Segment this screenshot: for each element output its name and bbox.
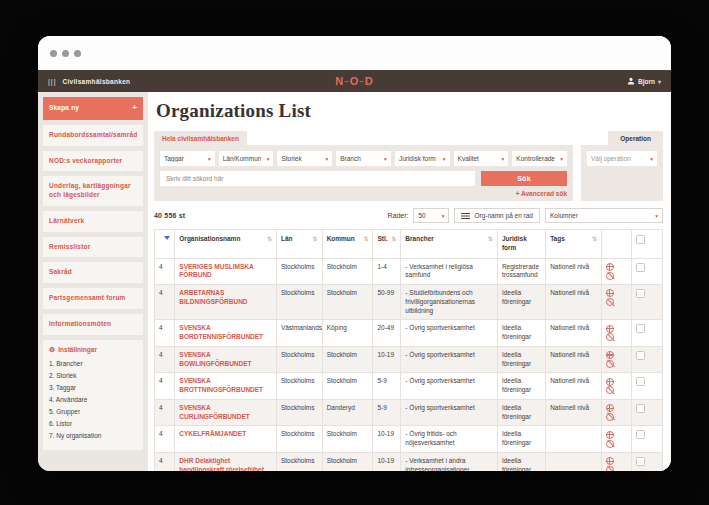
tab-hela-civilsamhalsbanken[interactable]: Hela civilsamhälsbanken [154, 131, 247, 145]
columns-select[interactable]: Kolumner ▾ [545, 208, 663, 223]
table-row[interactable]: 4 SVENSKA BORDTENNISFÖRBUNDET Västmanlan… [155, 320, 663, 347]
window-minimize-icon[interactable] [62, 50, 69, 57]
search-row: Sök [160, 171, 567, 186]
kommun-cell: Stockholm [322, 426, 373, 453]
table-row[interactable]: 4 SVENSKA BOWLINGFÖRBUNDET Stockholms St… [155, 346, 663, 373]
filter-dropdown[interactable]: Taggar ▾ [160, 151, 215, 166]
organisation-name-link[interactable]: SVENSKA BORDTENNISFÖRBUNDET [175, 320, 277, 347]
ban-icon[interactable] [606, 360, 614, 368]
row-checkbox[interactable] [636, 377, 645, 386]
settings-header[interactable]: ⚙ Inställningar [49, 346, 137, 354]
sort-icon[interactable]: ⇅ [267, 235, 272, 243]
column-header-juridisk-form[interactable]: Juridisk form [497, 230, 545, 259]
organisation-name-link[interactable]: CYKELFRÄMJANDET [175, 426, 277, 453]
filter-dropdown[interactable]: Län/Kommun ▾ [219, 151, 274, 166]
globe-icon[interactable] [606, 351, 614, 359]
settings-item[interactable]: 7. Ny organisation [49, 432, 137, 439]
settings-item[interactable]: 2. Storlek [49, 372, 137, 379]
row-checkbox[interactable] [636, 289, 645, 298]
organisation-name-link[interactable]: SVENSKA BOWLINGFÖRBUNDET [175, 346, 277, 373]
ban-icon[interactable] [606, 413, 614, 421]
settings-item[interactable]: 1. Brancher [49, 360, 137, 367]
globe-icon[interactable] [606, 378, 614, 386]
organisation-name-link[interactable]: SVERIGES MUSLIMSKA FÖRBUND [175, 258, 277, 285]
row-checkbox[interactable] [636, 404, 645, 413]
row-select-cell [632, 426, 663, 453]
table-row[interactable]: 4 SVENSKA CURLINGFÖRBUNDET Stockholms Da… [155, 399, 663, 426]
column-header-stl[interactable]: Stl.⇅ [373, 230, 401, 259]
org-name-one-row-button[interactable]: Org-namn på en rad [454, 208, 540, 223]
app-brand[interactable]: Civilsamhälsbanken [62, 78, 130, 85]
settings-item[interactable]: 4. Användare [49, 396, 137, 403]
globe-icon[interactable] [606, 289, 614, 297]
sort-icon[interactable]: ⇅ [363, 235, 368, 243]
sidebar-item[interactable]: Partsgemensamt forum [43, 288, 143, 309]
search-input[interactable] [160, 171, 475, 186]
globe-icon[interactable] [606, 457, 614, 465]
ban-icon[interactable] [606, 386, 614, 394]
settings-item[interactable]: 5. Grupper [49, 408, 137, 415]
user-menu[interactable]: Bjorn ▾ [627, 77, 661, 85]
window-zoom-icon[interactable] [74, 50, 81, 57]
organisation-name-link[interactable]: ARBETARNAS BILDNINGSFÖRBUND [175, 285, 277, 320]
advanced-search-link[interactable]: + Avancerad sök [160, 190, 567, 197]
settings-item[interactable]: 3. Taggar [49, 384, 137, 391]
sort-icon[interactable]: ⇅ [488, 235, 493, 243]
sidebar-item[interactable]: NOD:s veckorapporter [43, 151, 143, 172]
table-row[interactable]: 4 CYKELFRÄMJANDET Stockholms Stockholm 1… [155, 426, 663, 453]
operation-dropdown[interactable]: Välj operation ▾ [587, 151, 657, 166]
sort-icon[interactable]: ⇅ [592, 235, 597, 243]
sidebar-item[interactable]: Rundabordssamtal/samråd [43, 125, 143, 146]
ban-icon[interactable] [606, 440, 614, 448]
ban-icon[interactable] [606, 298, 614, 306]
column-header-tags[interactable]: Tags⇅ [546, 230, 602, 259]
filter-column-header[interactable] [155, 230, 175, 259]
filter-dropdown[interactable]: Branch ▾ [336, 151, 391, 166]
ban-icon[interactable] [606, 333, 614, 341]
globe-icon[interactable] [606, 263, 614, 271]
table-row[interactable]: 4 ARBETARNAS BILDNINGSFÖRBUND Stockholms… [155, 285, 663, 320]
globe-icon[interactable] [606, 325, 614, 333]
row-number-cell: 4 [155, 285, 175, 320]
organisation-name-link[interactable]: SVENSKA BROTTNINGSFÖRBUNDET [175, 373, 277, 400]
sidebar-item[interactable]: Underlag, kartläggningar och lägesbilder [43, 176, 143, 206]
globe-icon[interactable] [606, 431, 614, 439]
search-button[interactable]: Sök [481, 171, 567, 186]
column-header-organisationsnamn[interactable]: Organisationsnamn⇅ [175, 230, 277, 259]
window-close-icon[interactable] [50, 50, 57, 57]
organisation-name-link[interactable]: DHR Delaktighet handlingskraft rörelsefr… [175, 453, 277, 471]
row-checkbox[interactable] [636, 457, 645, 466]
ban-icon[interactable] [606, 466, 614, 471]
row-checkbox[interactable] [636, 324, 645, 333]
filter-dropdown[interactable]: Kontrollerade ▾ [512, 151, 567, 166]
filter-dropdown[interactable]: Storlek ▾ [277, 151, 332, 166]
rows-per-page-select[interactable]: 50 ▾ [413, 208, 449, 223]
window-controls[interactable] [50, 50, 81, 57]
ban-icon[interactable] [606, 272, 614, 280]
row-checkbox[interactable] [636, 263, 645, 272]
table-row[interactable]: 4 DHR Delaktighet handlingskraft rörelse… [155, 453, 663, 471]
tab-operation[interactable]: Operation [608, 131, 663, 145]
filter-dropdown[interactable]: Kvalitet ▾ [454, 151, 509, 166]
settings-item[interactable]: 6. Listor [49, 420, 137, 427]
hamburger-icon[interactable]: ||| [48, 78, 56, 85]
row-checkbox[interactable] [636, 430, 645, 439]
row-checkbox[interactable] [636, 351, 645, 360]
globe-icon[interactable] [606, 404, 614, 412]
table-row[interactable]: 4 SVENSKA BROTTNINGSFÖRBUNDET Stockholms… [155, 373, 663, 400]
column-header-brancher[interactable]: Brancher⇅ [401, 230, 498, 259]
main-content: Organizations List Hela civilsamhälsbank… [148, 92, 671, 471]
sidebar-item[interactable]: Lärnätverk [43, 211, 143, 232]
create-new-button[interactable]: Skapa ny + [43, 97, 143, 120]
filter-dropdown[interactable]: Juridisk form ▾ [395, 151, 450, 166]
column-header-lan[interactable]: Län⇅ [276, 230, 322, 259]
sort-icon[interactable]: ⇅ [313, 235, 318, 243]
sort-icon[interactable]: ⇅ [391, 235, 396, 243]
sidebar-item[interactable]: Sakråd [43, 262, 143, 283]
sidebar-item[interactable]: Informationsmöten [43, 314, 143, 335]
column-header-kommun[interactable]: Kommun⇅ [322, 230, 373, 259]
organisation-name-link[interactable]: SVENSKA CURLINGFÖRBUNDET [175, 399, 277, 426]
select-all-checkbox[interactable] [636, 235, 645, 244]
table-row[interactable]: 4 SVERIGES MUSLIMSKA FÖRBUND Stockholms … [155, 258, 663, 285]
sidebar-item[interactable]: Remisslistor [43, 237, 143, 258]
